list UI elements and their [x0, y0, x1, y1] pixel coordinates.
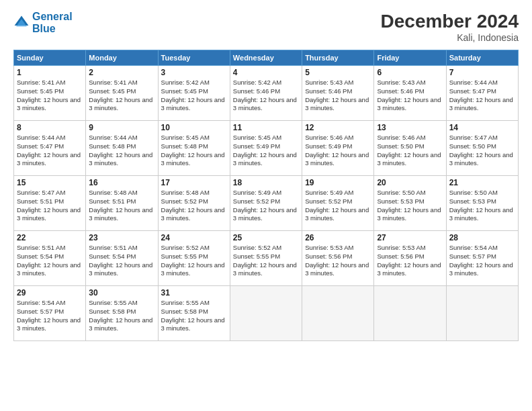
day-info: Sunrise: 5:46 AMSunset: 5:50 PMDaylight:… [377, 134, 443, 168]
day-info: Sunrise: 5:52 AMSunset: 5:55 PMDaylight:… [233, 244, 299, 278]
day-info: Sunrise: 5:42 AMSunset: 5:45 PMDaylight:… [161, 79, 227, 113]
calendar-week-row: 29Sunrise: 5:54 AMSunset: 5:57 PMDayligh… [14, 286, 519, 341]
calendar-day-cell: 4Sunrise: 5:42 AMSunset: 5:46 PMDaylight… [230, 66, 302, 121]
day-info: Sunrise: 5:55 AMSunset: 5:58 PMDaylight:… [161, 299, 227, 333]
day-number: 30 [89, 288, 154, 298]
day-info: Sunrise: 5:41 AMSunset: 5:45 PMDaylight:… [17, 79, 83, 113]
day-number: 31 [161, 288, 227, 298]
day-number: 5 [305, 68, 371, 77]
day-info: Sunrise: 5:48 AMSunset: 5:51 PMDaylight:… [89, 189, 154, 223]
calendar-day-cell: 30Sunrise: 5:55 AMSunset: 5:58 PMDayligh… [86, 286, 158, 341]
day-number: 14 [449, 123, 515, 132]
day-number: 9 [89, 123, 154, 132]
day-number: 21 [449, 178, 515, 187]
calendar-page: General Blue December 2024 Kali, Indones… [0, 0, 532, 411]
day-number: 27 [377, 233, 443, 242]
day-info: Sunrise: 5:44 AMSunset: 5:47 PMDaylight:… [449, 79, 515, 113]
day-info: Sunrise: 5:41 AMSunset: 5:45 PMDaylight:… [89, 79, 154, 113]
calendar-day-cell: 8Sunrise: 5:44 AMSunset: 5:47 PMDaylight… [14, 121, 86, 176]
calendar-day-cell: 24Sunrise: 5:52 AMSunset: 5:55 PMDayligh… [158, 231, 230, 286]
day-number: 25 [233, 233, 299, 242]
day-number: 18 [233, 178, 299, 187]
day-info: Sunrise: 5:52 AMSunset: 5:55 PMDaylight:… [161, 244, 227, 278]
day-number: 22 [17, 233, 83, 242]
calendar-day-cell: 14Sunrise: 5:47 AMSunset: 5:50 PMDayligh… [446, 121, 518, 176]
calendar-day-cell: 11Sunrise: 5:45 AMSunset: 5:49 PMDayligh… [230, 121, 302, 176]
calendar-day-cell: 27Sunrise: 5:53 AMSunset: 5:56 PMDayligh… [374, 231, 446, 286]
calendar-day-cell: 16Sunrise: 5:48 AMSunset: 5:51 PMDayligh… [86, 176, 158, 231]
day-number: 4 [233, 68, 299, 77]
day-number: 12 [305, 123, 371, 132]
day-info: Sunrise: 5:45 AMSunset: 5:48 PMDaylight:… [161, 134, 227, 168]
day-info: Sunrise: 5:43 AMSunset: 5:46 PMDaylight:… [377, 79, 443, 113]
day-number: 10 [161, 123, 227, 132]
day-number: 8 [17, 123, 83, 132]
calendar-day-cell: 2Sunrise: 5:41 AMSunset: 5:45 PMDaylight… [86, 66, 158, 121]
day-info: Sunrise: 5:49 AMSunset: 5:52 PMDaylight:… [233, 189, 299, 223]
day-info: Sunrise: 5:55 AMSunset: 5:58 PMDaylight:… [89, 299, 154, 333]
day-number: 2 [89, 68, 154, 77]
calendar-day-cell: 15Sunrise: 5:47 AMSunset: 5:51 PMDayligh… [14, 176, 86, 231]
calendar-day-cell [446, 286, 518, 341]
day-number: 3 [161, 68, 227, 77]
calendar-week-row: 1Sunrise: 5:41 AMSunset: 5:45 PMDaylight… [14, 66, 519, 121]
calendar-day-cell: 21Sunrise: 5:50 AMSunset: 5:53 PMDayligh… [446, 176, 518, 231]
day-number: 19 [305, 178, 371, 187]
day-info: Sunrise: 5:51 AMSunset: 5:54 PMDaylight:… [17, 244, 83, 278]
calendar-day-header: Sunday [14, 50, 86, 66]
day-info: Sunrise: 5:49 AMSunset: 5:52 PMDaylight:… [305, 189, 371, 223]
calendar-day-header: Thursday [302, 50, 374, 66]
month-title: December 2024 [381, 11, 519, 32]
day-info: Sunrise: 5:47 AMSunset: 5:50 PMDaylight:… [449, 134, 515, 168]
calendar-day-cell: 29Sunrise: 5:54 AMSunset: 5:57 PMDayligh… [14, 286, 86, 341]
calendar-day-cell: 17Sunrise: 5:48 AMSunset: 5:52 PMDayligh… [158, 176, 230, 231]
calendar-header-row: SundayMondayTuesdayWednesdayThursdayFrid… [14, 50, 519, 66]
day-number: 7 [449, 68, 515, 77]
day-info: Sunrise: 5:50 AMSunset: 5:53 PMDaylight:… [377, 189, 443, 223]
calendar-day-cell: 13Sunrise: 5:46 AMSunset: 5:50 PMDayligh… [374, 121, 446, 176]
day-info: Sunrise: 5:54 AMSunset: 5:57 PMDaylight:… [449, 244, 515, 278]
calendar-week-row: 15Sunrise: 5:47 AMSunset: 5:51 PMDayligh… [14, 176, 519, 231]
calendar-day-cell [230, 286, 302, 341]
calendar-day-cell: 26Sunrise: 5:53 AMSunset: 5:56 PMDayligh… [302, 231, 374, 286]
calendar-day-header: Monday [86, 50, 158, 66]
logo-text: General Blue [32, 11, 73, 34]
calendar-week-row: 8Sunrise: 5:44 AMSunset: 5:47 PMDaylight… [14, 121, 519, 176]
day-number: 13 [377, 123, 443, 132]
calendar-week-row: 22Sunrise: 5:51 AMSunset: 5:54 PMDayligh… [14, 231, 519, 286]
title-block: December 2024 Kali, Indonesia [381, 11, 519, 43]
day-number: 15 [17, 178, 83, 187]
day-info: Sunrise: 5:43 AMSunset: 5:46 PMDaylight:… [305, 79, 371, 113]
day-number: 29 [17, 288, 83, 298]
calendar-day-cell: 23Sunrise: 5:51 AMSunset: 5:54 PMDayligh… [86, 231, 158, 286]
calendar-day-header: Wednesday [230, 50, 302, 66]
day-info: Sunrise: 5:54 AMSunset: 5:57 PMDaylight:… [17, 299, 83, 333]
location: Kali, Indonesia [381, 32, 519, 43]
calendar-day-cell: 19Sunrise: 5:49 AMSunset: 5:52 PMDayligh… [302, 176, 374, 231]
day-number: 16 [89, 178, 154, 187]
day-info: Sunrise: 5:42 AMSunset: 5:46 PMDaylight:… [233, 79, 299, 113]
day-info: Sunrise: 5:48 AMSunset: 5:52 PMDaylight:… [161, 189, 227, 223]
calendar-day-cell: 22Sunrise: 5:51 AMSunset: 5:54 PMDayligh… [14, 231, 86, 286]
calendar-day-cell: 25Sunrise: 5:52 AMSunset: 5:55 PMDayligh… [230, 231, 302, 286]
calendar-day-cell: 6Sunrise: 5:43 AMSunset: 5:46 PMDaylight… [374, 66, 446, 121]
day-info: Sunrise: 5:53 AMSunset: 5:56 PMDaylight:… [377, 244, 443, 278]
day-number: 11 [233, 123, 299, 132]
calendar-day-cell: 1Sunrise: 5:41 AMSunset: 5:45 PMDaylight… [14, 66, 86, 121]
calendar-day-cell [302, 286, 374, 341]
day-info: Sunrise: 5:44 AMSunset: 5:48 PMDaylight:… [89, 134, 154, 168]
calendar-day-header: Friday [374, 50, 446, 66]
calendar-day-cell: 5Sunrise: 5:43 AMSunset: 5:46 PMDaylight… [302, 66, 374, 121]
calendar-day-cell: 31Sunrise: 5:55 AMSunset: 5:58 PMDayligh… [158, 286, 230, 341]
calendar-day-cell: 7Sunrise: 5:44 AMSunset: 5:47 PMDaylight… [446, 66, 518, 121]
day-number: 28 [449, 233, 515, 242]
day-number: 6 [377, 68, 443, 77]
calendar-day-cell: 3Sunrise: 5:42 AMSunset: 5:45 PMDaylight… [158, 66, 230, 121]
calendar-day-cell [374, 286, 446, 341]
calendar-day-cell: 20Sunrise: 5:50 AMSunset: 5:53 PMDayligh… [374, 176, 446, 231]
calendar-table: SundayMondayTuesdayWednesdayThursdayFrid… [13, 50, 519, 341]
day-info: Sunrise: 5:50 AMSunset: 5:53 PMDaylight:… [449, 189, 515, 223]
day-number: 20 [377, 178, 443, 187]
day-info: Sunrise: 5:46 AMSunset: 5:49 PMDaylight:… [305, 134, 371, 168]
calendar-day-header: Saturday [446, 50, 518, 66]
